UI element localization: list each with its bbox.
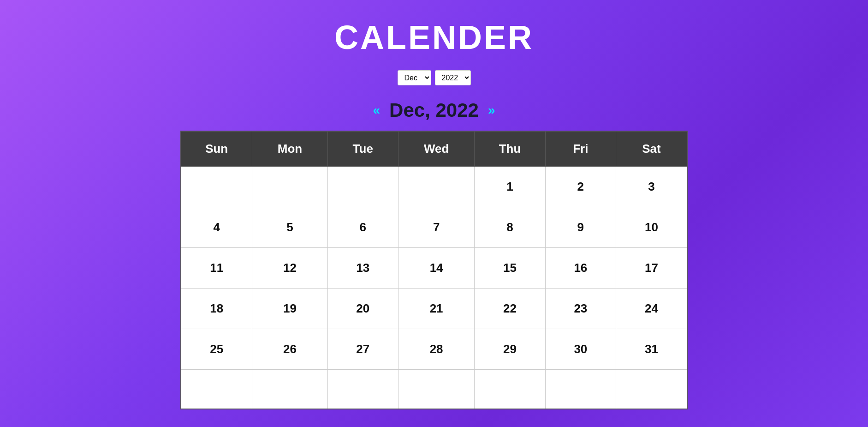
calendar-row: 123 xyxy=(181,167,687,207)
calendar-cell[interactable]: 20 xyxy=(327,289,398,329)
calendar-header: SunMonTueWedThuFriSat xyxy=(181,131,687,167)
calendar-cell xyxy=(327,167,398,207)
calendar-cell xyxy=(327,370,398,409)
calendar-cell[interactable]: 28 xyxy=(398,329,474,370)
calendar-cell[interactable]: 19 xyxy=(252,289,327,329)
calendar-cell xyxy=(545,370,616,409)
calendar-cell[interactable]: 3 xyxy=(616,167,687,207)
calendar-wrapper: SunMonTueWedThuFriSat 123456789101112131… xyxy=(180,131,688,409)
calendar-cell[interactable]: 4 xyxy=(181,207,252,248)
calendar-cell xyxy=(252,370,327,409)
calendar-cell xyxy=(616,370,687,409)
calendar-row: 45678910 xyxy=(181,207,687,248)
header-row: SunMonTueWedThuFriSat xyxy=(181,131,687,167)
calendar-cell[interactable]: 15 xyxy=(475,248,545,289)
month-select[interactable]: Dec Jan Feb Mar Apr May Jun Jul Aug Sep … xyxy=(398,70,431,85)
calendar-cell[interactable]: 10 xyxy=(616,207,687,248)
calendar-cell[interactable]: 23 xyxy=(545,289,616,329)
calendar-cell[interactable]: 21 xyxy=(398,289,474,329)
day-header-thu: Thu xyxy=(475,131,545,167)
calendar-cell[interactable]: 26 xyxy=(252,329,327,370)
calendar-cell xyxy=(181,370,252,409)
calendar-cell[interactable]: 9 xyxy=(545,207,616,248)
calendar-row: 18192021222324 xyxy=(181,289,687,329)
calendar-cell[interactable]: 2 xyxy=(545,167,616,207)
calendar-cell[interactable]: 7 xyxy=(398,207,474,248)
next-month-button[interactable]: » xyxy=(488,103,495,118)
calendar-cell[interactable]: 11 xyxy=(181,248,252,289)
calendar-cell[interactable]: 30 xyxy=(545,329,616,370)
day-header-wed: Wed xyxy=(398,131,474,167)
calendar-table: SunMonTueWedThuFriSat 123456789101112131… xyxy=(180,131,688,409)
month-nav: « Dec, 2022 » xyxy=(373,99,495,121)
day-header-mon: Mon xyxy=(252,131,327,167)
calendar-cell xyxy=(398,167,474,207)
date-controls: Dec Jan Feb Mar Apr May Jun Jul Aug Sep … xyxy=(398,70,471,85)
day-header-tue: Tue xyxy=(327,131,398,167)
calendar-cell[interactable]: 27 xyxy=(327,329,398,370)
calendar-cell[interactable]: 1 xyxy=(475,167,545,207)
calendar-row: 25262728293031 xyxy=(181,329,687,370)
prev-month-button[interactable]: « xyxy=(373,103,380,118)
calendar-cell[interactable]: 24 xyxy=(616,289,687,329)
calendar-body: 1234567891011121314151617181920212223242… xyxy=(181,167,687,409)
calendar-cell[interactable]: 12 xyxy=(252,248,327,289)
day-header-sun: Sun xyxy=(181,131,252,167)
calendar-cell xyxy=(181,167,252,207)
calendar-cell[interactable]: 14 xyxy=(398,248,474,289)
calendar-cell[interactable]: 22 xyxy=(475,289,545,329)
calendar-row: 11121314151617 xyxy=(181,248,687,289)
calendar-row xyxy=(181,370,687,409)
calendar-cell[interactable]: 13 xyxy=(327,248,398,289)
current-month-label: Dec, 2022 xyxy=(389,99,479,121)
calendar-cell[interactable]: 29 xyxy=(475,329,545,370)
calendar-cell[interactable]: 17 xyxy=(616,248,687,289)
calendar-cell[interactable]: 8 xyxy=(475,207,545,248)
calendar-cell[interactable]: 25 xyxy=(181,329,252,370)
calendar-cell[interactable]: 6 xyxy=(327,207,398,248)
calendar-cell xyxy=(398,370,474,409)
calendar-cell[interactable]: 16 xyxy=(545,248,616,289)
page-title: CALENDER xyxy=(334,18,534,56)
calendar-cell[interactable]: 31 xyxy=(616,329,687,370)
calendar-cell[interactable]: 5 xyxy=(252,207,327,248)
calendar-cell xyxy=(252,167,327,207)
calendar-cell[interactable]: 18 xyxy=(181,289,252,329)
calendar-cell xyxy=(475,370,545,409)
day-header-fri: Fri xyxy=(545,131,616,167)
year-select[interactable]: 2022 2020 2021 2023 2024 xyxy=(435,70,471,85)
day-header-sat: Sat xyxy=(616,131,687,167)
